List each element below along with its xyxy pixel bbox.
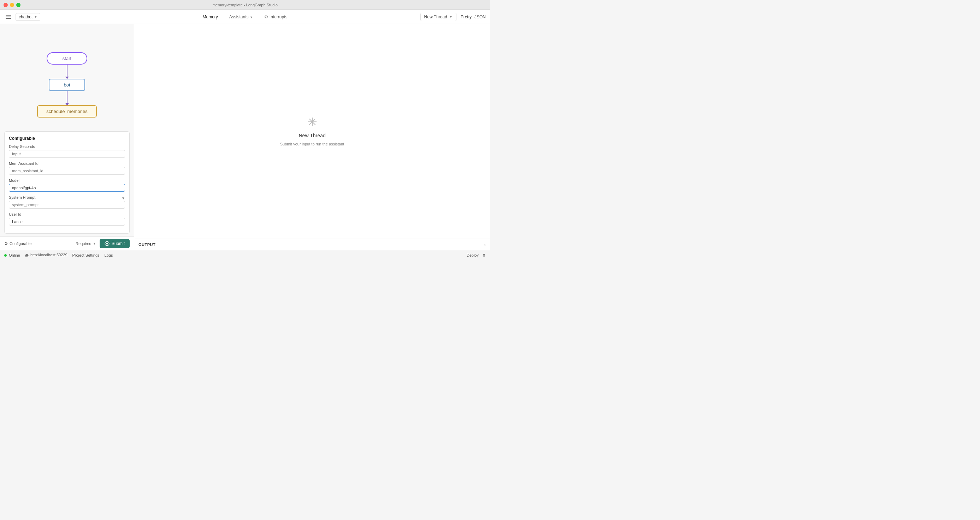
right-panel: New Thread Submit your input to run the … [134, 24, 490, 250]
user-id-field: User Id [9, 212, 125, 225]
user-id-label: User Id [9, 212, 125, 216]
delay-seconds-input[interactable] [9, 150, 125, 158]
delay-seconds-label: Delay Seconds [9, 144, 125, 149]
close-button[interactable] [3, 3, 8, 7]
new-thread-icon [307, 117, 317, 129]
arrow-1 [67, 65, 67, 79]
submit-icon [105, 241, 110, 246]
project-settings-link[interactable]: Project Settings [72, 253, 100, 257]
nav-interrupts[interactable]: ⚙ Interrupts [261, 13, 290, 21]
configurable-button[interactable]: ⚙ Configurable [4, 241, 32, 246]
mem-assistant-field: Mem Assistant Id [9, 161, 125, 175]
configurable-panel: Configurable Delay Seconds Mem Assistant… [4, 131, 130, 234]
new-thread-heading: New Thread [299, 133, 325, 138]
required-section: Required ▼ [76, 241, 96, 246]
system-prompt-input[interactable] [9, 201, 125, 209]
new-thread-area: New Thread Submit your input to run the … [134, 24, 490, 239]
titlebar: memory-template - LangGraph Studio [0, 0, 490, 10]
status-left: Online http://localhost:50229 Project Se… [4, 253, 113, 257]
chevron-down-icon: ▼ [250, 16, 253, 19]
graph-canvas: __start__ bot schedule_memories [0, 24, 134, 131]
minimize-button[interactable] [10, 3, 14, 7]
localhost-link[interactable]: http://localhost:50229 [25, 253, 67, 257]
new-thread-subtitle: Submit your input to run the assistant [280, 142, 344, 146]
toolbar-right: New Thread ▼ Pretty JSON [420, 13, 486, 21]
chevron-down-icon: ▼ [34, 15, 37, 19]
deploy-button[interactable]: Deploy [467, 253, 479, 257]
start-node: __start__ [47, 52, 87, 65]
bot-node: bot [49, 79, 85, 91]
gear-icon: ⚙ [264, 14, 268, 19]
svg-rect-1 [6, 17, 11, 17]
svg-point-4 [106, 243, 108, 244]
app-container: chatbot ▼ Memory Assistants ▼ ⚙ Interrup… [0, 10, 490, 260]
delay-seconds-field: Delay Seconds [9, 144, 125, 158]
online-dot [4, 254, 7, 257]
status-right: Deploy ⬆ [467, 253, 486, 258]
submit-button[interactable]: Submit [100, 239, 130, 248]
toolbar-nav: Memory Assistants ▼ ⚙ Interrupts [200, 13, 290, 21]
toolbar: chatbot ▼ Memory Assistants ▼ ⚙ Interrup… [0, 10, 490, 24]
main-content: __start__ bot schedule_memories [0, 24, 490, 250]
chatbot-label: chatbot [19, 14, 32, 19]
deploy-icon: ⬆ [482, 253, 486, 258]
window-title: memory-template - LangGraph Studio [212, 3, 278, 7]
chatbot-selector[interactable]: chatbot ▼ [16, 13, 40, 21]
nav-assistants[interactable]: Assistants ▼ [226, 13, 256, 21]
json-button[interactable]: JSON [474, 14, 486, 19]
statusbar: Online http://localhost:50229 Project Se… [0, 250, 490, 260]
user-id-input[interactable] [9, 218, 125, 225]
system-prompt-label: System Prompt [9, 195, 35, 200]
svg-rect-2 [6, 18, 11, 19]
pretty-button[interactable]: Pretty [461, 14, 472, 19]
view-toggle: Pretty JSON [461, 14, 486, 19]
new-thread-label: New Thread [424, 14, 447, 19]
model-input[interactable] [9, 184, 125, 192]
configurable-title: Configurable [9, 136, 125, 141]
mem-assistant-label: Mem Assistant Id [9, 161, 125, 166]
new-thread-button[interactable]: New Thread ▼ [420, 13, 457, 21]
model-field: Model [9, 178, 125, 192]
sidebar-toggle-button[interactable] [4, 13, 13, 21]
expand-icon[interactable]: ▼ [121, 196, 125, 200]
expand-output-button[interactable]: › [484, 242, 486, 247]
flow-diagram: __start__ bot schedule_memories [37, 52, 97, 117]
model-label: Model [9, 178, 125, 182]
online-status: Online [4, 253, 20, 257]
arrow-2 [67, 91, 67, 105]
nav-memory[interactable]: Memory [200, 13, 221, 21]
bottom-toolbar: ⚙ Configurable Required ▼ Submit [0, 236, 134, 250]
mem-assistant-input[interactable] [9, 167, 125, 175]
svg-rect-0 [6, 15, 11, 16]
schedule-node: schedule_memories [37, 105, 97, 117]
maximize-button[interactable] [16, 3, 21, 7]
logs-link[interactable]: Logs [105, 253, 113, 257]
output-label: OUTPUT [138, 243, 156, 247]
graph-panel: __start__ bot schedule_memories [0, 24, 134, 250]
gear-icon: ⚙ [4, 241, 8, 246]
chevron-down-icon: ▼ [449, 15, 453, 19]
chevron-down-icon: ▼ [93, 242, 96, 245]
output-section: OUTPUT › [134, 239, 490, 250]
system-prompt-field: System Prompt ▼ [9, 195, 125, 209]
traffic-lights [3, 3, 21, 7]
